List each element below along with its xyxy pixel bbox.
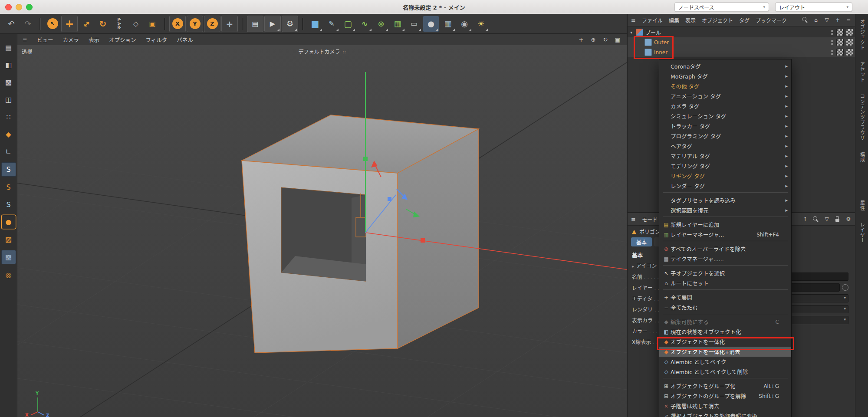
side-tab[interactable]: 構成 <box>858 152 865 162</box>
side-tab[interactable]: レイヤー <box>858 222 865 243</box>
primitive-cube-menu[interactable]: ■ <box>307 16 323 32</box>
nodespace-select[interactable]: ノードスペース ▾ <box>674 2 769 12</box>
context-menu-item[interactable]: アニメーション タグ ▸ <box>659 91 791 101</box>
object-row-boole[interactable]: ▾ ブール <box>628 27 855 37</box>
paint-tool-icon[interactable]: ● <box>2 215 16 229</box>
context-menu-item[interactable]: ◧ 現在の状態をオブジェクト化 ▸ <box>659 327 791 337</box>
x-axis-lock-button[interactable]: X <box>169 16 186 32</box>
z-axis-lock-button[interactable]: Z <box>204 16 220 32</box>
context-menu-item[interactable]: シミュレーション タグ ▸ <box>659 111 791 121</box>
render-view-button[interactable]: ▤ <box>247 16 263 32</box>
redo-icon[interactable]: ↷ <box>20 16 36 32</box>
camera-menu[interactable]: ◉ <box>457 16 472 32</box>
object-manager-menu-item[interactable]: オブジェクト <box>702 16 733 24</box>
snap-toggle-icon[interactable]: S <box>1 162 16 177</box>
filter-icon[interactable]: ▽ <box>823 216 830 223</box>
side-tab[interactable]: コンテンツブラウザ <box>858 94 865 141</box>
scale-tool[interactable]: ↔ <box>79 16 94 32</box>
side-tab[interactable]: アセット <box>858 62 865 82</box>
visibility-dots[interactable] <box>831 40 833 45</box>
texture-mode-icon[interactable]: ▩ <box>2 76 16 89</box>
tag-icon[interactable] <box>846 49 853 56</box>
viewport-canvas[interactable]: Y Z X 透視 デフォルトカメラ∷ <box>17 45 627 417</box>
side-tab[interactable]: オブジェクト <box>858 19 865 50</box>
context-menu-item[interactable]: ◆ オブジェクトを一体化+消去 ▸ <box>659 347 791 357</box>
object-manager-menu-item[interactable]: タグ <box>739 16 750 24</box>
viewport-menu-item[interactable]: ビュー <box>37 36 53 44</box>
tag-icon[interactable] <box>836 49 844 56</box>
context-menu-item[interactable]: ◇ Alembic としてベイクして削除 ▸ <box>659 367 791 377</box>
attribute-tab[interactable]: 基本 <box>631 237 652 246</box>
visibility-dots[interactable] <box>831 30 833 35</box>
tag-icon[interactable] <box>846 39 853 46</box>
modeling-axis-icon[interactable]: ◇ <box>128 16 144 32</box>
context-menu-item[interactable]: ヘアタグ ▸ <box>659 141 791 151</box>
lock-icon[interactable] <box>834 216 841 223</box>
hatch-tool-icon[interactable]: ▨ <box>2 233 16 246</box>
list-icon[interactable]: ≡ <box>845 16 852 23</box>
subdivision-surface-menu[interactable]: ▢ <box>340 16 356 32</box>
context-menu-item[interactable]: Coronaタグ ▸ <box>659 61 791 71</box>
context-menu-item[interactable]: MoGraph タグ ▸ <box>659 71 791 81</box>
context-menu-item[interactable]: ⌂ ルートにセット ▸ <box>659 278 791 288</box>
cloner-menu[interactable]: ▦ <box>390 16 405 32</box>
gear-icon[interactable]: ⚙ <box>845 216 852 223</box>
object-manager-menu-icon[interactable]: ≡ <box>631 17 636 23</box>
context-menu-item[interactable]: ▥ レイヤーマネージャ... Shift+F4 ▸ <box>659 230 791 240</box>
context-menu-item[interactable]: レンダー タグ ▸ <box>659 181 791 191</box>
context-menu-item[interactable]: タグプリセットを読み込み ▸ <box>659 195 791 205</box>
volume-builder-menu[interactable]: ● <box>423 16 439 32</box>
context-menu-item[interactable]: − 全てたたむ ▸ <box>659 302 791 312</box>
context-menu-item[interactable]: カメラ タグ ▸ <box>659 101 791 111</box>
filter-icon[interactable]: ▽ <box>823 16 830 23</box>
viewport-menu-item[interactable]: 表示 <box>89 36 99 44</box>
rotate-tool[interactable]: ↻ <box>95 16 111 32</box>
context-menu-item[interactable]: ▦ テイクマネージャ...... ▸ <box>659 254 791 264</box>
object-manager-menu-item[interactable]: ファイル <box>642 16 663 24</box>
field-menu[interactable]: ▭ <box>406 16 422 32</box>
render-settings-button[interactable]: ⚙ <box>282 16 298 32</box>
object-manager-menu-item[interactable]: 表示 <box>685 16 696 24</box>
y-axis-lock-button[interactable]: Y <box>187 16 203 32</box>
spline-pen-menu[interactable]: ✎ <box>324 16 339 32</box>
search-icon[interactable] <box>802 16 809 23</box>
tag-icon[interactable] <box>836 29 844 36</box>
workplane-snap-icon[interactable]: S <box>2 198 16 211</box>
polygon-mode-icon[interactable]: ◆ <box>2 128 16 141</box>
quantize-toggle-icon[interactable]: S <box>2 181 16 194</box>
side-tab[interactable]: 属性 <box>858 200 865 211</box>
texture-axis-icon[interactable]: ▣ <box>145 16 160 32</box>
toggle-view-icon[interactable]: ▣ <box>614 36 621 43</box>
mograph-menu[interactable]: ▦ <box>440 16 456 32</box>
rotate-view-icon[interactable]: ↻ <box>602 36 609 43</box>
search-icon[interactable] <box>812 216 819 223</box>
context-menu-item[interactable]: 選択範囲を復元 ▸ <box>659 205 791 215</box>
context-menu-item[interactable]: ▤ 新規レイヤーに追加 ▸ <box>659 220 791 230</box>
live-selection-tool[interactable]: ↖ <box>45 16 60 32</box>
viewport-icon[interactable]: ▤ <box>2 41 16 54</box>
context-menu-item[interactable]: × 子階層は残して消去 ▸ <box>659 401 791 411</box>
psr-toggles[interactable]: P· S· R· <box>112 16 127 32</box>
light-menu[interactable]: ☀ <box>473 16 489 32</box>
object-row-outer[interactable]: ▾ Outer <box>628 37 855 47</box>
viewport-menu-item[interactable]: オプション <box>109 36 136 44</box>
visibility-dots[interactable] <box>831 50 833 55</box>
viewport-menu-item[interactable]: パネル <box>177 36 193 44</box>
context-menu-item[interactable]: ↖ 子オブジェクトを選択 ▸ <box>659 268 791 278</box>
coordinate-system-toggle[interactable]: + <box>221 16 238 32</box>
expand-arrow-icon[interactable]: ▾ <box>630 30 636 35</box>
uv-mode-icon[interactable]: ◫ <box>2 93 16 106</box>
object-row-inner[interactable]: ▾ Inner <box>628 47 855 57</box>
context-menu-item[interactable]: リギング タグ ▸ <box>659 171 791 181</box>
context-menu-item[interactable]: ◆ 編集可能にする C ▸ <box>659 317 791 327</box>
model-mode-icon[interactable]: ◧ <box>2 58 16 72</box>
context-menu-item[interactable]: + 全て展開 ▸ <box>659 292 791 302</box>
context-menu-item[interactable]: マテリアル タグ ▸ <box>659 151 791 161</box>
viewport-menu-icon[interactable]: ≡ <box>23 36 27 43</box>
attribute-manager-menu-icon[interactable]: ≡ <box>631 216 636 223</box>
context-menu-item[interactable]: ⊞ オブジェクトをグループ化 Alt+G ▸ <box>659 381 791 391</box>
viewport-menu-item[interactable]: フィルタ <box>145 36 167 44</box>
ring-tool-icon[interactable]: ◎ <box>2 268 16 282</box>
object-manager-menu-item[interactable]: 編集 <box>669 16 679 24</box>
context-menu-item[interactable]: プログラミング タグ ▸ <box>659 131 791 141</box>
